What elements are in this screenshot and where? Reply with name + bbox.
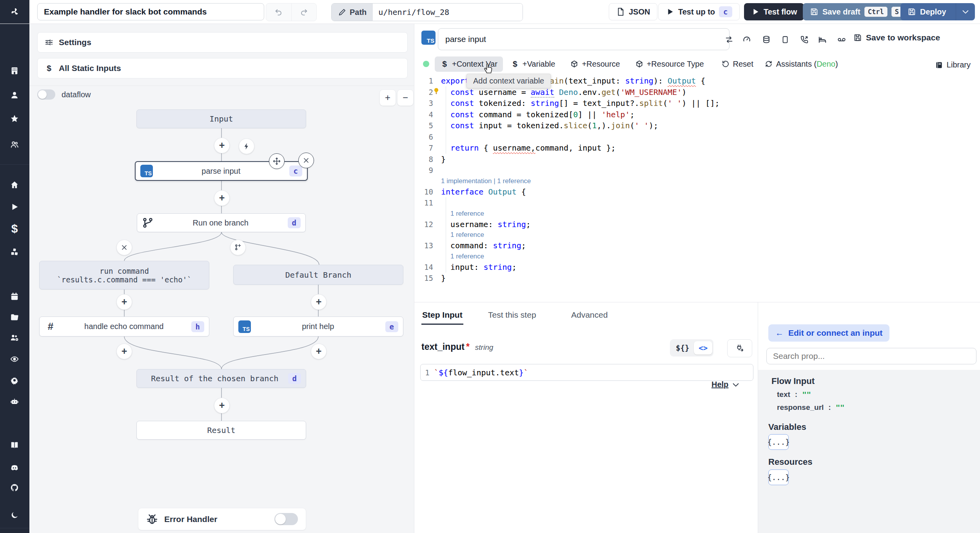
cache-button[interactable] xyxy=(760,33,773,46)
concurrency-button[interactable] xyxy=(835,33,848,46)
path-input[interactable] xyxy=(373,4,523,21)
code-line[interactable]: 4 const command = tokenized[0] || 'help'… xyxy=(414,109,980,120)
undo-button[interactable] xyxy=(266,4,292,21)
add-step-button[interactable]: + xyxy=(116,294,132,310)
trigger-bolt-button[interactable] xyxy=(239,138,254,154)
connect-input-button[interactable] xyxy=(727,339,752,357)
windmill-logo[interactable] xyxy=(0,0,29,24)
error-handler-toggle[interactable] xyxy=(274,513,298,525)
sleep-button[interactable] xyxy=(816,33,829,46)
code-line[interactable]: 10interface Output { xyxy=(414,186,980,198)
flow-settings-button[interactable]: Settings xyxy=(37,32,408,53)
node-default-branch[interactable]: Default Branch xyxy=(233,265,403,285)
code-line[interactable]: 8} xyxy=(414,154,980,165)
resources-object-button[interactable]: {...} xyxy=(768,469,789,485)
expression-editor[interactable]: 1 `${flow_input.text}` xyxy=(420,364,753,381)
reset-button[interactable]: Reset xyxy=(716,56,759,72)
code-line[interactable]: 3 const tokenized: string[] = text_input… xyxy=(414,98,980,109)
sidebar-item-members[interactable] xyxy=(7,136,22,152)
sidebar-item-folders[interactable] xyxy=(7,309,22,325)
add-step-button[interactable]: + xyxy=(214,398,230,413)
add-resource-button[interactable]: +Resource xyxy=(564,56,625,72)
sidebar-item-variables[interactable]: $ xyxy=(7,221,22,236)
deploy-dropdown-button[interactable] xyxy=(956,3,975,20)
tab-test-this-step[interactable]: Test this step xyxy=(487,306,537,324)
codelens[interactable]: 1 implementation | 1 reference xyxy=(414,176,980,186)
tab-step-input[interactable]: Step Input xyxy=(421,306,463,325)
node-branch-result[interactable]: Result of the chosen branch d xyxy=(136,369,306,388)
sidebar-item-favorites[interactable] xyxy=(7,111,22,126)
help-link[interactable]: Help xyxy=(711,380,740,389)
remove-branch-button[interactable] xyxy=(116,240,132,255)
code-line[interactable]: 6 xyxy=(414,131,980,143)
sidebar-item-settings[interactable] xyxy=(7,372,22,388)
delete-step-button[interactable] xyxy=(298,153,314,168)
test-up-to-button[interactable]: Test up toc xyxy=(658,3,740,20)
code-line[interactable]: 11 xyxy=(414,197,980,209)
template-mode-button[interactable]: ${} xyxy=(671,341,694,355)
save-to-workspace-button[interactable]: Save to workspace xyxy=(853,33,940,42)
node-flow-input[interactable]: Input xyxy=(136,109,306,128)
suspend-button[interactable] xyxy=(798,33,811,46)
sidebar-item-dark-mode[interactable] xyxy=(7,507,22,523)
sidebar-item-discord[interactable] xyxy=(7,460,22,475)
search-prop-input[interactable] xyxy=(766,348,976,364)
code-line[interactable]: 5 const input = tokenized.slice(1,).join… xyxy=(414,120,980,131)
sidebar-item-workers[interactable] xyxy=(7,393,22,409)
step-name-input[interactable] xyxy=(438,28,730,50)
add-resource-type-button[interactable]: +Resource Type xyxy=(630,56,710,72)
mock-button[interactable] xyxy=(779,33,792,46)
code-line[interactable]: 15} xyxy=(414,273,980,284)
dataflow-toggle[interactable] xyxy=(37,89,55,100)
prop-row-response-url[interactable]: response_url:"" xyxy=(777,403,845,412)
code-line[interactable]: 9 xyxy=(414,165,980,176)
redo-button[interactable] xyxy=(292,4,317,21)
sidebar-item-groups[interactable] xyxy=(7,330,22,346)
zoom-out-button[interactable]: − xyxy=(397,89,414,106)
code-mode-button[interactable]: <> xyxy=(694,341,712,355)
code-line[interactable]: 7 return { username,command, input }; xyxy=(414,142,980,154)
library-button[interactable]: Library xyxy=(929,57,976,73)
node-run-one-branch[interactable]: Run one branch d xyxy=(137,213,306,232)
retries-button[interactable] xyxy=(722,33,736,46)
node-print-help[interactable]: TS print help e xyxy=(233,317,403,337)
add-branch-button[interactable] xyxy=(230,240,246,255)
zoom-in-button[interactable]: + xyxy=(379,89,396,106)
node-handle-echo-command[interactable]: # handle echo command h xyxy=(39,317,209,337)
sidebar-item-runs[interactable] xyxy=(7,199,22,215)
codelens[interactable]: 1 reference xyxy=(414,251,980,262)
add-step-button[interactable]: + xyxy=(214,190,230,206)
sidebar-item-user[interactable] xyxy=(7,87,22,103)
code-line[interactable]: 13 command: string; xyxy=(414,240,980,251)
prop-row-text[interactable]: text:"" xyxy=(777,390,811,399)
code-line[interactable]: 12 username: string; xyxy=(414,219,980,230)
all-static-inputs-button[interactable]: $All Static Inputs xyxy=(37,58,408,78)
path-edit-button[interactable]: Path xyxy=(332,4,373,21)
assistants-button[interactable]: Assistants (Deno) xyxy=(759,56,844,72)
sidebar-item-resources[interactable] xyxy=(7,244,22,260)
sidebar-item-docs[interactable] xyxy=(7,437,22,453)
tab-advanced[interactable]: Advanced xyxy=(570,306,608,324)
flow-title-input[interactable] xyxy=(37,3,264,20)
code-line[interactable]: 14 input: string; xyxy=(414,262,980,273)
sidebar-item-home[interactable] xyxy=(7,177,22,193)
save-draft-button[interactable]: Save draftCtrlS xyxy=(803,3,909,20)
json-button[interactable]: JSON xyxy=(609,3,657,20)
add-variable-button[interactable]: $+Variable xyxy=(505,56,561,72)
add-step-button[interactable]: + xyxy=(214,138,230,153)
node-result[interactable]: Result xyxy=(136,421,306,440)
add-step-button[interactable]: + xyxy=(311,344,327,359)
codelens[interactable]: 1 reference xyxy=(414,209,980,219)
deploy-button[interactable]: Deploy xyxy=(900,3,975,20)
test-flow-button[interactable]: Test flow xyxy=(744,3,804,20)
add-step-button[interactable]: + xyxy=(116,344,132,359)
variables-object-button[interactable]: {...} xyxy=(768,434,789,450)
code-content[interactable]: 1export async function main(text_input: … xyxy=(414,75,980,284)
error-handler-card[interactable]: Error Handler xyxy=(138,508,306,530)
codelens[interactable]: 1 reference xyxy=(414,230,980,240)
node-run-command-branch[interactable]: run command `results.c.command === 'echo… xyxy=(39,261,209,289)
sidebar-item-github[interactable] xyxy=(7,480,22,495)
sidebar-item-schedules[interactable] xyxy=(7,288,22,304)
sidebar-item-audit-logs[interactable] xyxy=(7,351,22,367)
edit-or-connect-button[interactable]: ←Edit or connect an input xyxy=(768,324,889,342)
